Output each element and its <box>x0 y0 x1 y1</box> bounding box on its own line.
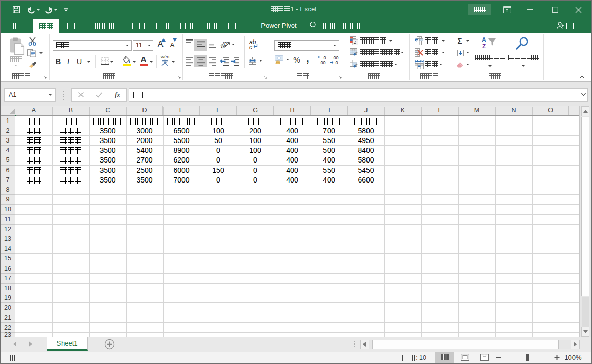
svg-text:.00: .00 <box>319 60 326 65</box>
svg-text:.0: .0 <box>334 60 338 65</box>
svg-text:≠: ≠ <box>354 40 356 45</box>
